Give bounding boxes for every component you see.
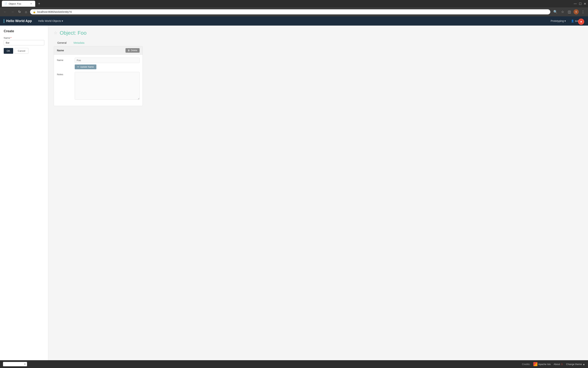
hello-world-objects-menu[interactable]: Hello World Objects ▾ — [36, 18, 65, 24]
update-name-button[interactable]: ✏ Update Name — [75, 64, 96, 69]
tab-title: Object: Foo — [9, 2, 21, 5]
page-body: Create Name * OK Cancel ☆ Object: Foo Ge… — [0, 26, 588, 360]
page-title: Object: Foo — [60, 30, 87, 36]
hello-world-objects-label: Hello World Objects — [38, 19, 61, 22]
cancel-button[interactable]: Cancel — [15, 48, 28, 54]
prototyping-dropdown-icon: ▾ — [564, 19, 566, 22]
about-label: About — [554, 363, 560, 366]
browser-tab[interactable]: 📄 Object: Foo × — [2, 1, 35, 7]
apache-isis-logo — [533, 362, 537, 366]
ok-button[interactable]: OK — [4, 48, 13, 54]
footer-select-wrap: ▼ — [3, 362, 27, 366]
footer-select[interactable] — [3, 362, 27, 366]
notes-field-row: Notes — [57, 72, 140, 100]
address-lock-icon: 🔒 — [33, 10, 36, 13]
notes-field-value-col — [75, 72, 140, 100]
apache-isis-link[interactable]: Apache Isis — [533, 362, 551, 366]
app-title: Hello World App — [4, 19, 32, 23]
notification-button[interactable]: ● — [578, 18, 584, 25]
extensions-button[interactable]: ◫ — [567, 9, 572, 15]
footer-right: Credits: Apache Isis About ⚠ Change them… — [522, 362, 585, 366]
card-header: Name 🗑 Delete — [54, 46, 142, 55]
name-field-value-col: ✏ Update Name — [75, 58, 140, 69]
notes-field-label: Notes — [57, 72, 72, 76]
name-label: Name * — [4, 37, 44, 39]
update-name-edit-icon: ✏ — [77, 66, 79, 68]
card-header-title: Name — [57, 49, 64, 52]
card-body: Name ✏ Update Name Notes — [54, 55, 142, 106]
name-value-input[interactable] — [75, 58, 140, 63]
tabs-bar: General Metadata — [54, 40, 582, 46]
app-navbar: Hello World App Hello World Objects ▾ Pr… — [0, 16, 588, 26]
reload-button[interactable]: ↻ — [17, 9, 22, 15]
page-heading: ☆ Object: Foo — [54, 30, 582, 36]
object-card: Name 🗑 Delete Name ✏ Update Name — [54, 46, 143, 106]
page-footer: ▼ Credits: Apache Isis About ⚠ Change th… — [0, 360, 588, 368]
notes-textarea[interactable] — [75, 72, 140, 100]
close-button[interactable]: ✕ — [584, 2, 586, 6]
about-link[interactable]: About ⚠ — [554, 363, 563, 366]
back-button[interactable]: ← — [2, 9, 8, 15]
home-button[interactable]: ⌂ — [24, 9, 28, 15]
prototyping-label: Prototyping — [551, 19, 564, 22]
user-icon: 👤 — [571, 19, 574, 22]
change-theme-link[interactable]: Change theme ▲ — [566, 363, 585, 366]
avatar[interactable]: S — [574, 9, 579, 14]
prototyping-menu[interactable]: Prototyping ▾ — [549, 18, 568, 24]
browser-addressbar: ← → ↻ ⌂ 🔒 localhost:8080/wicket/entity?4… — [0, 7, 588, 16]
browser-actions: 🔍 ☆ ◫ S ⋮ — [552, 9, 586, 15]
maximize-button[interactable]: ☐ — [579, 2, 581, 6]
browser-titlebar: 📄 Object: Foo × + — ☐ ✕ — [0, 0, 588, 7]
delete-button[interactable]: 🗑 Delete — [125, 48, 140, 53]
menu-button[interactable]: ⋮ — [580, 9, 586, 15]
sidebar-create-title: Create — [4, 29, 44, 33]
tab-metadata[interactable]: Metadata — [70, 40, 88, 46]
form-button-group: OK Cancel — [4, 48, 44, 54]
new-tab-button[interactable]: + — [37, 1, 42, 7]
delete-label: Delete — [131, 49, 137, 52]
tab-general[interactable]: General — [54, 40, 70, 46]
name-field-row: Name ✏ Update Name — [57, 58, 140, 69]
required-marker: * — [10, 37, 11, 39]
warning-icon: ⚠ — [561, 363, 563, 366]
address-bar[interactable]: 🔒 localhost:8080/wicket/entity?4 — [30, 9, 550, 14]
apache-isis-label: Apache Isis — [538, 363, 551, 366]
forward-button[interactable]: → — [10, 9, 15, 15]
search-button[interactable]: 🔍 — [552, 9, 559, 15]
address-text: localhost:8080/wicket/entity?4 — [37, 10, 72, 13]
name-field-label: Name — [57, 58, 72, 62]
change-theme-dropdown-icon: ▲ — [583, 363, 585, 366]
change-theme-label: Change theme — [566, 363, 582, 366]
bookmark-star-icon[interactable]: ☆ — [54, 31, 57, 35]
menu-dropdown-icon: ▾ — [62, 19, 63, 22]
update-name-label: Update Name — [80, 66, 94, 68]
sidebar: Create Name * OK Cancel — [0, 26, 48, 360]
main-content: ☆ Object: Foo General Metadata Name 🗑 De… — [48, 26, 588, 360]
tab-close-button[interactable]: × — [30, 2, 33, 6]
delete-icon: 🗑 — [128, 49, 130, 52]
tab-page-icon: 📄 — [4, 2, 7, 5]
minimize-button[interactable]: — — [574, 2, 577, 6]
name-input[interactable] — [4, 40, 44, 46]
credits-label: Credits: — [522, 363, 530, 366]
bookmark-button[interactable]: ☆ — [560, 9, 565, 15]
window-controls: — ☐ ✕ — [574, 2, 586, 6]
name-field-group: Name * — [4, 37, 44, 46]
